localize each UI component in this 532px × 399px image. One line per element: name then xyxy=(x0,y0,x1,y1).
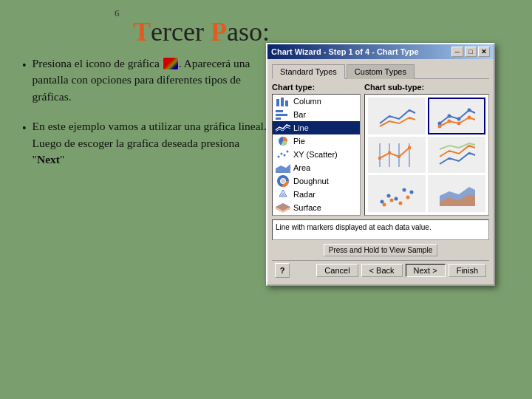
footer-right: Cancel < Back Next > Finish xyxy=(316,264,486,277)
dialog-body: Standard Types Custom Types Chart type: xyxy=(267,59,494,284)
subtype-6[interactable] xyxy=(428,175,485,212)
column-icon xyxy=(276,96,290,106)
bullet-text-1: Presiona el icono de gráfica . Aparecerá… xyxy=(33,55,273,105)
bullet-text-2: En este ejemplo vamos a utilizar una grá… xyxy=(33,118,273,168)
subtype-5[interactable] xyxy=(368,175,426,212)
chart-type-line-label: Line xyxy=(293,123,309,132)
svg-marker-18 xyxy=(276,203,290,213)
svg-point-32 xyxy=(438,125,442,129)
tab-standard-types[interactable]: Standard Types xyxy=(272,64,345,79)
title-p: P xyxy=(211,17,227,47)
back-button[interactable]: < Back xyxy=(361,264,403,277)
chart-type-bar[interactable]: Bar xyxy=(273,108,360,121)
chart-type-column-label: Column xyxy=(293,97,321,106)
chart-type-surface[interactable]: Surface xyxy=(273,201,360,214)
dialog-close-btn[interactable]: ✕ xyxy=(478,47,490,57)
area-icon xyxy=(276,163,290,173)
chart-type-area[interactable]: Area xyxy=(273,161,360,174)
tab-custom-types[interactable]: Custom Types xyxy=(347,64,415,79)
dialog-controls: ─ □ ✕ xyxy=(451,47,490,57)
tab-custom-label: Custom Types xyxy=(355,67,406,76)
title-suffix: aso: xyxy=(227,17,270,47)
surface-icon xyxy=(276,202,290,213)
svg-marker-11 xyxy=(276,164,290,173)
svg-point-8 xyxy=(281,153,283,155)
chart-type-line[interactable]: Line xyxy=(273,121,360,134)
chart-type-surface-label: Surface xyxy=(293,203,321,212)
dialog-maximize-btn[interactable]: □ xyxy=(465,47,477,57)
chart-type-list[interactable]: Column Bar xyxy=(272,94,361,216)
dialog-minimize-btn[interactable]: ─ xyxy=(451,47,463,57)
press-hold-button[interactable]: Press and Hold to View Sample xyxy=(324,244,437,256)
svg-point-30 xyxy=(457,117,461,121)
tab-row: Standard Types Custom Types xyxy=(272,64,489,79)
svg-point-7 xyxy=(278,156,280,158)
chart-type-bar-label: Bar xyxy=(293,110,306,119)
chart-description: Line with markers displayed at each data… xyxy=(272,219,489,240)
tab-standard-label: Standard Types xyxy=(280,67,337,76)
svg-point-31 xyxy=(468,109,471,112)
chart-subtype-grid[interactable] xyxy=(364,94,489,216)
chart-subtype-panel: Chart sub-type: xyxy=(364,83,489,216)
chart-subtype-label: Chart sub-type: xyxy=(364,83,489,92)
svg-point-33 xyxy=(448,120,451,123)
slide-number: 6 xyxy=(115,7,120,19)
svg-point-35 xyxy=(468,116,471,120)
radar-icon xyxy=(276,189,290,200)
dialog-titlebar: Chart Wizard - Step 1 of 4 - Chart Type … xyxy=(267,44,494,59)
pie-icon xyxy=(276,136,290,146)
chart-type-doughnut[interactable]: Doughnut xyxy=(273,174,360,188)
chart-type-xy-scatter[interactable]: XY (Scatter) xyxy=(273,148,360,161)
svg-point-10 xyxy=(287,151,289,153)
svg-point-48 xyxy=(410,190,414,194)
help-button[interactable]: ? xyxy=(275,263,290,278)
finish-button[interactable]: Finish xyxy=(449,264,486,277)
chart-type-radar[interactable]: Radar xyxy=(273,188,360,201)
svg-point-49 xyxy=(383,202,386,206)
cancel-button[interactable]: Cancel xyxy=(316,264,358,277)
chart-type-bubble[interactable]: Bubble xyxy=(273,214,360,216)
subtype-2[interactable] xyxy=(428,98,485,134)
svg-point-44 xyxy=(381,200,384,203)
svg-point-34 xyxy=(457,122,461,126)
xy-scatter-icon xyxy=(276,149,290,160)
svg-point-47 xyxy=(403,188,406,191)
chart-type-pie-label: Pie xyxy=(293,137,305,146)
svg-point-46 xyxy=(395,197,398,200)
svg-rect-3 xyxy=(276,110,283,112)
bullet-dot-1: • xyxy=(22,57,27,74)
subtype-4[interactable] xyxy=(428,137,485,174)
svg-rect-41 xyxy=(388,151,391,154)
svg-rect-0 xyxy=(276,99,279,106)
svg-rect-42 xyxy=(398,155,400,158)
bar-icon xyxy=(276,109,290,120)
subtype-3[interactable] xyxy=(368,137,426,174)
content-area: • Presiona el icono de gráfica . Aparece… xyxy=(22,55,273,182)
chart-type-panel: Chart type: Column xyxy=(272,83,361,216)
svg-rect-5 xyxy=(276,117,281,120)
chart-type-column[interactable]: Column xyxy=(273,95,360,108)
svg-rect-4 xyxy=(276,114,287,116)
chart-type-area-label: Area xyxy=(293,163,310,172)
chart-panels: Chart type: Column xyxy=(272,83,489,216)
chart-type-label: Chart type: xyxy=(272,83,361,92)
chart-wizard-dialog: Chart Wizard - Step 1 of 4 - Chart Type … xyxy=(266,43,495,286)
next-button[interactable]: Next > xyxy=(406,264,446,277)
chart-type-pie[interactable]: Pie xyxy=(273,134,360,148)
svg-point-29 xyxy=(448,115,451,118)
svg-point-45 xyxy=(387,194,391,197)
chart-type-doughnut-label: Doughnut xyxy=(293,177,329,185)
svg-rect-40 xyxy=(378,157,381,160)
title-main: ercer xyxy=(151,17,211,47)
title-t: T xyxy=(133,17,151,47)
svg-point-51 xyxy=(399,201,403,205)
chart-type-radar-label: Radar xyxy=(293,190,316,199)
svg-point-50 xyxy=(390,198,394,202)
chart-icon-inline xyxy=(163,57,179,70)
dialog-title: Chart Wizard - Step 1 of 4 - Chart Type xyxy=(271,47,451,56)
svg-point-52 xyxy=(406,195,410,199)
line-icon xyxy=(276,123,290,133)
slide-title: Tercer Paso: xyxy=(133,16,270,47)
dialog-footer: ? Cancel < Back Next > Finish xyxy=(272,260,489,280)
subtype-1[interactable] xyxy=(368,98,426,134)
